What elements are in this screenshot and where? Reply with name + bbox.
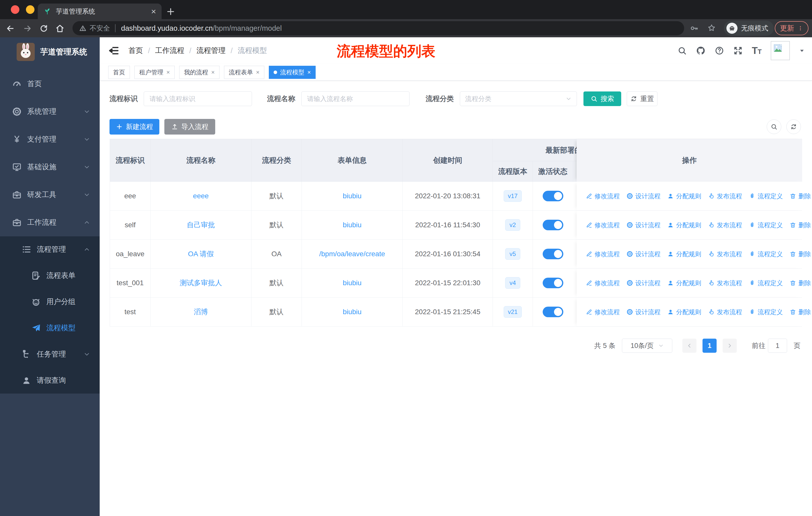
action-edit[interactable]: 修改流程 xyxy=(586,221,620,229)
action-trash[interactable]: 删除 xyxy=(790,221,811,229)
form-info-link[interactable]: /bpm/oa/leave/create xyxy=(319,250,385,258)
action-edit[interactable]: 修改流程 xyxy=(586,192,620,200)
current-page-button[interactable]: 1 xyxy=(702,338,717,353)
action-paperclip[interactable]: 流程定义 xyxy=(749,221,783,229)
sidebar-subitem-5[interactable]: 请假查询 xyxy=(0,368,100,393)
action-user[interactable]: 分配规则 xyxy=(667,279,701,287)
sidebar-subitem-0[interactable]: 流程管理 xyxy=(0,236,100,263)
close-icon[interactable]: × xyxy=(166,69,170,75)
new-tab-button[interactable] xyxy=(166,6,176,17)
breadcrumb-item-0[interactable]: 首页 xyxy=(128,46,143,56)
action-gear[interactable]: 设计流程 xyxy=(627,192,661,200)
action-trash[interactable]: 删除 xyxy=(790,279,811,287)
form-info-link[interactable]: biubiu xyxy=(343,221,362,229)
close-window-button[interactable] xyxy=(11,5,19,14)
breadcrumb-item-2[interactable]: 流程管理 xyxy=(196,46,226,56)
next-page-button[interactable] xyxy=(723,338,737,353)
search-icon[interactable] xyxy=(677,46,687,55)
filter-input-1[interactable] xyxy=(301,91,409,106)
sidebar-item-briefcase[interactable]: 工作流程 xyxy=(0,209,100,236)
create-process-button[interactable]: 新建流程 xyxy=(110,119,159,135)
tab-close-icon[interactable]: × xyxy=(151,7,156,16)
action-paperclip[interactable]: 流程定义 xyxy=(749,308,783,316)
action-paperclip[interactable]: 流程定义 xyxy=(749,279,783,287)
sidebar-item-dashboard[interactable]: 首页 xyxy=(0,70,100,98)
process-name-link[interactable]: OA 请假 xyxy=(188,249,214,259)
active-toggle[interactable] xyxy=(543,220,563,230)
bookmark-star-icon[interactable] xyxy=(707,23,716,33)
tag-4[interactable]: 流程模型 × xyxy=(269,66,316,79)
process-name-link[interactable]: 自己审批 xyxy=(187,220,215,230)
close-icon[interactable]: × xyxy=(211,69,215,75)
action-user[interactable]: 分配规则 xyxy=(667,250,701,258)
password-key-icon[interactable] xyxy=(690,24,699,33)
show-search-button[interactable] xyxy=(767,119,781,134)
version-badge[interactable]: v21 xyxy=(504,306,522,318)
reset-button[interactable]: 重置 xyxy=(627,91,658,106)
sidebar-item-toolbox[interactable]: 研发工具 xyxy=(0,181,100,209)
action-trash[interactable]: 删除 xyxy=(790,250,811,258)
sidebar-subitem-1[interactable]: 流程表单 xyxy=(0,263,100,289)
minimize-window-button[interactable] xyxy=(26,5,34,14)
action-gear[interactable]: 设计流程 xyxy=(627,279,661,287)
search-button[interactable]: 搜索 xyxy=(583,91,621,106)
not-secure-label[interactable]: 不安全 xyxy=(90,24,110,33)
action-hand-up[interactable]: 发布流程 xyxy=(708,250,742,258)
action-user[interactable]: 分配规则 xyxy=(667,221,701,229)
action-gear[interactable]: 设计流程 xyxy=(627,250,661,258)
sidebar-subitem-2[interactable]: 用户分组 xyxy=(0,289,100,315)
sidebar-subitem-3[interactable]: 流程模型 xyxy=(0,315,100,341)
close-icon[interactable]: × xyxy=(256,69,260,75)
goto-page-input[interactable] xyxy=(768,338,787,353)
fullscreen-icon[interactable] xyxy=(733,46,743,55)
back-icon[interactable] xyxy=(5,24,15,33)
reload-icon[interactable] xyxy=(39,24,49,33)
browser-tab[interactable]: 芋道管理系统 × xyxy=(38,3,162,19)
github-icon[interactable] xyxy=(696,46,705,55)
process-name-link[interactable]: 滔博 xyxy=(194,307,208,317)
form-info-link[interactable]: biubiu xyxy=(343,192,362,200)
action-edit[interactable]: 修改流程 xyxy=(586,279,620,287)
action-paperclip[interactable]: 流程定义 xyxy=(749,250,783,258)
action-gear[interactable]: 设计流程 xyxy=(627,308,661,316)
action-edit[interactable]: 修改流程 xyxy=(586,250,620,258)
version-badge[interactable]: v4 xyxy=(505,277,520,289)
sidebar-item-yen[interactable]: 支付管理 xyxy=(0,126,100,153)
menu-dots-icon[interactable] xyxy=(798,25,803,31)
active-toggle[interactable] xyxy=(543,191,563,201)
action-paperclip[interactable]: 流程定义 xyxy=(749,192,783,200)
version-badge[interactable]: v5 xyxy=(505,248,520,260)
active-toggle[interactable] xyxy=(543,249,563,259)
action-hand-up[interactable]: 发布流程 xyxy=(708,279,742,287)
url-bar[interactable]: 不安全 dashboard.yudao.iocoder.cn/bpm/manag… xyxy=(72,21,684,35)
action-hand-up[interactable]: 发布流程 xyxy=(708,221,742,229)
sidebar-item-gear[interactable]: 系统管理 xyxy=(0,98,100,126)
process-name-link[interactable]: eeee xyxy=(193,192,209,200)
form-info-link[interactable]: biubiu xyxy=(343,308,362,316)
help-icon[interactable] xyxy=(715,46,724,55)
breadcrumb-item-1[interactable]: 工作流程 xyxy=(155,46,184,56)
action-user[interactable]: 分配规则 xyxy=(667,192,701,200)
action-edit[interactable]: 修改流程 xyxy=(586,308,620,316)
action-hand-up[interactable]: 发布流程 xyxy=(708,192,742,200)
refresh-table-button[interactable] xyxy=(786,119,801,134)
action-trash[interactable]: 删除 xyxy=(790,308,811,316)
font-size-icon[interactable]: TT xyxy=(752,46,762,55)
filter-input-0[interactable] xyxy=(144,91,252,106)
close-icon[interactable]: × xyxy=(307,69,311,75)
forward-icon[interactable] xyxy=(23,24,32,33)
action-hand-up[interactable]: 发布流程 xyxy=(708,308,742,316)
active-toggle[interactable] xyxy=(543,278,563,288)
prev-page-button[interactable] xyxy=(683,338,696,353)
action-user[interactable]: 分配规则 xyxy=(667,308,701,316)
tag-3[interactable]: 流程表单 × xyxy=(224,66,264,79)
avatar[interactable] xyxy=(771,41,790,60)
tag-2[interactable]: 我的流程 × xyxy=(179,66,220,79)
browser-update-button[interactable]: 更新 xyxy=(775,21,809,35)
filter-select-2[interactable]: 流程分类 xyxy=(460,91,577,106)
form-info-link[interactable]: biubiu xyxy=(343,279,362,287)
home-icon[interactable] xyxy=(55,24,65,33)
tag-1[interactable]: 租户管理 × xyxy=(135,66,175,79)
page-size-select[interactable]: 10条/页 xyxy=(622,338,672,353)
action-trash[interactable]: 删除 xyxy=(790,192,811,200)
